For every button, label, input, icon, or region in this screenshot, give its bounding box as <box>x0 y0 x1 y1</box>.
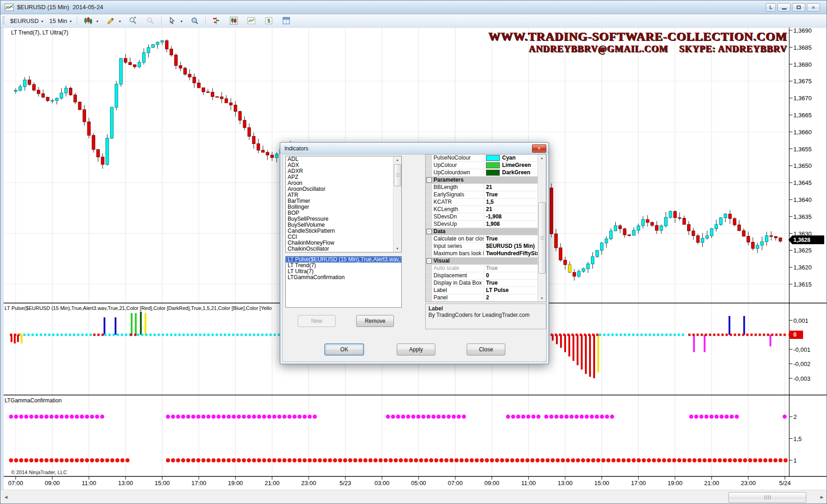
scroll-left-icon[interactable]: ◀ <box>1 493 11 502</box>
indicator-list-item[interactable]: CCI <box>286 234 401 240</box>
scrollbar-thumb[interactable] <box>729 492 806 503</box>
property-name: Calculate on bar clos <box>432 235 484 242</box>
property-row[interactable]: BBLength21 <box>426 184 546 191</box>
scroll-right-icon[interactable]: ▶ <box>817 493 827 502</box>
dialog-close-button[interactable]: ✕ <box>532 144 546 153</box>
remove-button[interactable]: Remove <box>356 315 394 327</box>
property-row[interactable]: Maximum bars look lTwoHundredFiftySix <box>426 250 546 258</box>
close-dialog-button[interactable]: Close <box>467 344 505 355</box>
watermark-line1: WWW.TRADING-SOFTWARE-COLLECTION.COM <box>489 30 787 44</box>
property-row[interactable]: KCLength21 <box>426 206 546 213</box>
property-value[interactable]: -1,908 <box>484 213 546 220</box>
indicator-list-item[interactable]: ATR <box>286 192 401 198</box>
list-scrollbar[interactable]: ▲ ▼ <box>393 156 401 252</box>
property-value[interactable]: 1,908 <box>484 221 546 228</box>
property-row[interactable]: KCATR1,5 <box>426 199 546 206</box>
scroll-down-icon[interactable]: ▼ <box>538 295 545 302</box>
indicator-list-item[interactable]: ADL <box>286 156 401 162</box>
indicator-list-item[interactable]: Aroon <box>286 180 401 186</box>
price-tick-label: 1,3635 <box>793 213 812 220</box>
indicator-list-item[interactable]: CandleStickPattern <box>286 228 401 234</box>
configured-indicator-item[interactable]: LT Pulse($EURUSD (15 Min),True,Alert3.wa… <box>286 257 401 263</box>
price-tick-label: 1,3645 <box>793 179 812 186</box>
property-value[interactable]: 0 <box>484 272 546 279</box>
resize-grip-icon[interactable]: ⋰ <box>543 359 547 363</box>
pulse-tick-label: -0,001 <box>793 346 810 353</box>
scrollbar-thumb[interactable] <box>394 164 401 186</box>
property-row[interactable]: UpColourLimeGreen <box>426 162 546 169</box>
apply-button[interactable]: Apply <box>397 344 435 355</box>
dialog-title: Indicators <box>284 145 308 152</box>
property-row[interactable]: SDevsDn-1,908 <box>426 213 546 221</box>
property-value[interactable]: True <box>484 191 546 198</box>
row-margin <box>426 155 432 161</box>
dialog-title-bar[interactable]: Indicators <box>280 143 549 154</box>
available-indicators-list[interactable]: ▲ ▼ ADLADXADXRAPZAroonAroonOscillatorATR… <box>285 156 402 252</box>
time-tick-label: 19:00 <box>660 480 690 487</box>
property-value[interactable]: 1,5 <box>484 199 546 206</box>
indicator-list-item[interactable]: ChaikinOscillator <box>286 246 401 252</box>
property-value[interactable]: 21 <box>484 206 546 213</box>
property-value[interactable]: Cyan <box>484 155 546 161</box>
collapse-icon[interactable]: - <box>426 258 432 264</box>
property-row[interactable]: PulseNoColourCyan <box>426 155 546 162</box>
property-value[interactable]: True <box>484 265 546 272</box>
pulse-panel-label: LT Pulse($EURUSD (15 Min),True,Alert3.wa… <box>5 305 272 311</box>
time-tick-label: 23:00 <box>734 480 763 487</box>
configured-indicator-item[interactable]: LT Trend(7) <box>286 263 401 269</box>
property-row[interactable]: Input series$EURUSD (15 Min) <box>426 243 546 250</box>
indicator-list-item[interactable]: APZ <box>286 174 401 180</box>
property-value[interactable]: True <box>484 280 546 286</box>
remove-button-label: Remove <box>365 318 386 324</box>
property-row[interactable]: Display in Data BoxTrue <box>426 280 546 287</box>
indicator-list-item[interactable]: ADX <box>286 162 401 168</box>
indicator-list-item[interactable]: AroonOscillator <box>286 186 401 192</box>
collapse-icon[interactable]: - <box>426 177 432 183</box>
property-row[interactable]: UpColourdownDarkGreen <box>426 169 546 177</box>
property-value[interactable]: LimeGreen <box>484 162 546 169</box>
property-row[interactable]: Calculate on bar closTrue <box>426 235 546 243</box>
scroll-up-icon[interactable]: ▲ <box>394 156 401 163</box>
property-grid[interactable]: PulseNoColourCyanUpColourLimeGreenUpColo… <box>425 154 546 302</box>
property-row[interactable]: Panel2 <box>426 294 546 302</box>
property-name: Displacement <box>432 272 484 279</box>
indicators-dialog[interactable]: Indicators ✕ ▲ ▼ ADLADXADXRAPZAroonAroon… <box>280 142 549 364</box>
grid-scrollbar[interactable]: ▲ ▼ <box>538 155 546 302</box>
ok-button[interactable]: OK <box>324 344 364 355</box>
property-row[interactable]: Auto scaleTrue <box>426 265 546 272</box>
property-value[interactable]: TwoHundredFiftySix <box>484 250 546 257</box>
property-value[interactable]: 21 <box>484 184 546 191</box>
property-value[interactable]: DarkGreen <box>484 169 546 176</box>
property-row[interactable]: -Parameters <box>426 177 546 184</box>
property-value[interactable]: LT Pulse <box>484 287 546 294</box>
configured-indicator-item[interactable]: LT Ultra(7) <box>286 269 401 275</box>
horizontal-scrollbar[interactable]: ◀ ▶ <box>0 490 827 504</box>
indicator-list-item[interactable]: BuySellVolume <box>286 222 401 228</box>
property-row[interactable]: -Visual <box>426 258 546 265</box>
property-value[interactable]: True <box>484 235 546 242</box>
property-row[interactable]: EarlySignalsTrue <box>426 191 546 199</box>
scrollbar-thumb[interactable] <box>538 202 546 274</box>
scroll-up-icon[interactable]: ▲ <box>538 155 545 161</box>
scroll-down-icon[interactable]: ▼ <box>394 245 401 252</box>
collapse-icon[interactable]: - <box>426 228 432 235</box>
gamma-tick-label: 1,5 <box>793 435 802 442</box>
indicator-list-item[interactable]: BOP <box>286 210 401 216</box>
property-row[interactable]: LabelLT Pulse <box>426 287 546 294</box>
indicator-list-item[interactable]: Bollinger <box>286 204 401 210</box>
property-value[interactable]: $EURUSD (15 Min) <box>484 243 546 250</box>
indicator-list-item[interactable]: BuySellPressure <box>286 216 401 222</box>
property-row[interactable]: -Data <box>426 228 546 235</box>
configured-indicator-item[interactable]: LTGammaConfirmation <box>286 275 401 281</box>
pulse-tick-label: -0,002 <box>793 361 810 367</box>
time-tick-label: 21:00 <box>257 480 287 487</box>
property-row[interactable]: SDevsUp1,908 <box>426 221 546 228</box>
property-row[interactable]: Displacement0 <box>426 272 546 280</box>
indicator-list-item[interactable]: BarTimer <box>286 198 401 204</box>
indicator-list-item[interactable]: ADXR <box>286 168 401 174</box>
chart-area: LT Trend(7), LT Ultra(7) WWW.TRADING-SOF… <box>0 28 827 504</box>
configured-indicators-list[interactable]: LT Pulse($EURUSD (15 Min),True,Alert3.wa… <box>285 256 402 308</box>
property-value[interactable]: 2 <box>484 294 546 301</box>
indicator-list-item[interactable]: ChaikinMoneyFlow <box>286 240 401 246</box>
new-button[interactable]: New <box>298 315 335 327</box>
